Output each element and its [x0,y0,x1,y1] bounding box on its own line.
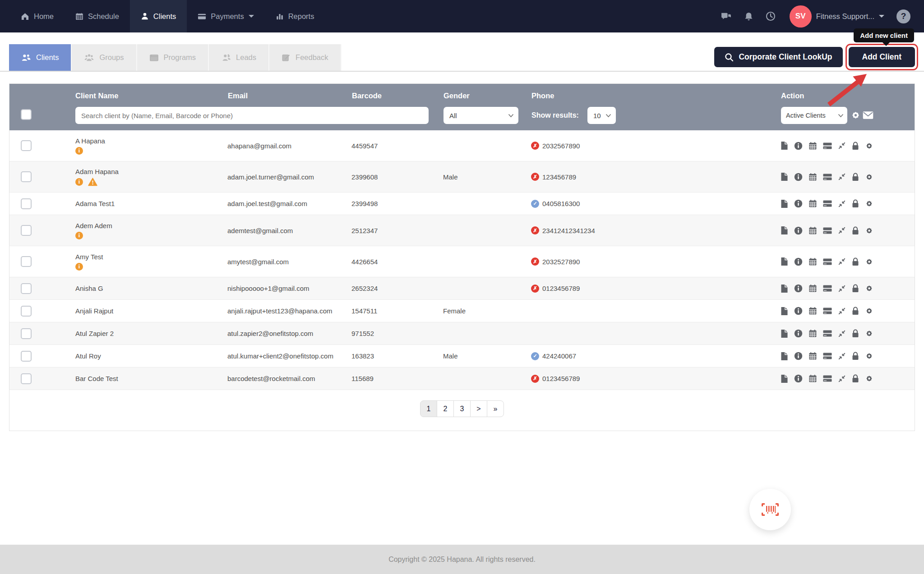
document-icon[interactable] [781,352,788,361]
chat-button[interactable] [721,12,732,21]
lock-icon[interactable] [852,226,859,235]
compress-icon[interactable] [838,226,846,234]
row-checkbox[interactable] [21,283,32,294]
compress-icon[interactable] [838,307,846,315]
row-checkbox[interactable] [21,198,32,209]
calendar-icon[interactable] [808,199,817,208]
payment-card-icon[interactable] [823,258,832,266]
info-icon[interactable]: i [75,263,83,271]
client-status-filter-select[interactable]: Active Clients [781,107,847,124]
client-search-input[interactable] [75,107,429,124]
row-checkbox[interactable] [21,328,32,339]
info-circle-icon[interactable] [794,329,803,338]
info-circle-icon[interactable] [794,307,803,315]
warning-icon[interactable] [88,178,97,186]
row-checkbox[interactable] [21,225,32,236]
show-results-select[interactable]: 10 [587,107,616,124]
document-icon[interactable] [781,329,788,338]
info-icon[interactable]: i [75,232,83,239]
compress-icon[interactable] [838,173,846,181]
document-icon[interactable] [781,307,788,316]
compress-icon[interactable] [838,200,846,208]
lock-icon[interactable] [852,257,859,266]
info-icon[interactable]: i [75,147,83,155]
settings-gear-icon[interactable] [865,257,873,266]
corporate-client-lookup-button[interactable]: Corporate Client LookUp [714,47,842,67]
barcode-scan-fab[interactable] [749,489,791,530]
lock-icon[interactable] [852,307,859,315]
row-checkbox[interactable] [21,140,32,151]
calendar-icon[interactable] [808,173,817,181]
tab-clients[interactable]: Clients [9,44,72,71]
document-icon[interactable] [781,374,788,383]
settings-gear-icon[interactable] [865,284,873,293]
payment-card-icon[interactable] [823,352,832,360]
payment-card-icon[interactable] [823,375,832,382]
row-checkbox[interactable] [21,171,32,182]
compress-icon[interactable] [838,352,846,360]
document-icon[interactable] [781,257,788,266]
select-all-checkbox[interactable] [21,109,32,120]
info-circle-icon[interactable] [794,226,803,235]
nav-item-reports[interactable]: Reports [265,0,325,32]
calendar-icon[interactable] [808,352,817,360]
settings-gear-icon[interactable] [865,352,873,360]
pagination-button->[interactable]: > [470,400,487,417]
history-button[interactable] [766,11,776,21]
row-checkbox[interactable] [21,351,32,362]
lock-icon[interactable] [852,173,859,181]
payment-card-icon[interactable] [823,173,832,181]
gender-filter-select[interactable]: All [444,107,518,124]
header-email-button[interactable] [863,111,873,121]
calendar-icon[interactable] [808,142,817,150]
calendar-icon[interactable] [808,374,817,383]
nav-item-schedule[interactable]: Schedule [65,0,130,32]
row-checkbox[interactable] [21,306,32,317]
row-checkbox[interactable] [21,373,32,384]
document-icon[interactable] [781,172,788,181]
settings-gear-icon[interactable] [865,226,873,235]
settings-gear-icon[interactable] [865,307,873,315]
document-icon[interactable] [781,226,788,235]
payment-card-icon[interactable] [823,227,832,234]
lock-icon[interactable] [852,352,859,360]
info-circle-icon[interactable] [794,352,803,360]
lock-icon[interactable] [852,284,859,293]
compress-icon[interactable] [838,375,846,383]
nav-item-home[interactable]: Home [10,0,65,32]
settings-gear-icon[interactable] [865,374,873,383]
row-checkbox[interactable] [21,256,32,267]
header-settings-button[interactable] [850,110,861,122]
notifications-button[interactable] [744,12,753,21]
tab-leads[interactable]: Leads [209,44,269,71]
tab-programs[interactable]: Programs [137,44,209,71]
calendar-icon[interactable] [808,284,817,293]
tab-feedback[interactable]: Feedback [269,44,341,71]
info-circle-icon[interactable] [794,284,803,293]
payment-card-icon[interactable] [823,200,832,207]
payment-card-icon[interactable] [823,307,832,315]
info-circle-icon[interactable] [794,142,803,150]
calendar-icon[interactable] [808,226,817,235]
compress-icon[interactable] [838,142,846,150]
settings-gear-icon[interactable] [865,173,873,181]
info-icon[interactable]: i [75,178,83,186]
info-circle-icon[interactable] [794,257,803,266]
calendar-icon[interactable] [808,257,817,266]
settings-gear-icon[interactable] [865,199,873,208]
calendar-icon[interactable] [808,329,817,338]
settings-gear-icon[interactable] [865,329,873,338]
document-icon[interactable] [781,141,788,150]
payment-card-icon[interactable] [823,142,832,150]
lock-icon[interactable] [852,329,859,338]
add-client-button[interactable]: Add Client [849,47,915,67]
info-circle-icon[interactable] [794,199,803,208]
pagination-button-3[interactable]: 3 [453,400,471,417]
help-button[interactable]: ? [896,9,910,23]
compress-icon[interactable] [838,257,846,266]
tab-groups[interactable]: Groups [72,44,137,71]
pagination-button-1[interactable]: 1 [420,400,437,417]
compress-icon[interactable] [838,285,846,293]
payment-card-icon[interactable] [823,285,832,292]
info-circle-icon[interactable] [794,173,803,181]
